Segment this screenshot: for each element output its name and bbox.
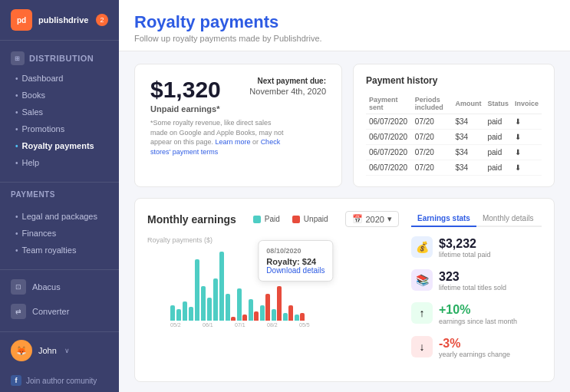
bar-group[interactable] xyxy=(283,305,293,321)
bar-paid[interactable] xyxy=(213,278,218,321)
monthly-header: Monthly earnings Paid Unpaid 📅 2 xyxy=(147,211,399,227)
bar-paid[interactable] xyxy=(226,294,230,321)
bar-group[interactable] xyxy=(226,294,236,321)
bar-group[interactable] xyxy=(176,309,181,321)
tooltip-download-link[interactable]: Download details xyxy=(266,266,325,275)
chart-tooltip: 08/10/2020 Royalty: $24 Download details xyxy=(258,240,333,282)
bar-unpaid[interactable] xyxy=(242,315,247,321)
stat-lifetime-paid: 💰 $3,232 lifetime total paid xyxy=(411,236,542,259)
bar-group[interactable] xyxy=(170,305,175,321)
join-community[interactable]: f Join author comunity xyxy=(0,369,119,392)
sidebar-item-abacus[interactable]: ⊡ Abacus xyxy=(0,275,119,299)
since-last-month-icon: ↑ xyxy=(411,302,433,324)
sidebar-item-promotions[interactable]: Promotions xyxy=(0,120,119,137)
sidebar-item-legal[interactable]: Legal and packages xyxy=(0,208,119,225)
sidebar-divider-2 xyxy=(0,269,119,270)
bar-paid[interactable] xyxy=(295,315,299,321)
page-header: Royalty payments Follow up royalty payme… xyxy=(119,0,570,51)
tab-monthly-details[interactable]: Monthly details xyxy=(476,211,540,227)
bar-paid[interactable] xyxy=(283,313,288,321)
invoice-button[interactable]: ⬇ xyxy=(512,145,542,160)
next-payment-label: Next payment due: xyxy=(249,77,326,85)
bar-paid[interactable] xyxy=(249,299,253,321)
bar-unpaid[interactable] xyxy=(231,317,236,321)
bar-group[interactable] xyxy=(207,298,212,321)
bar-paid[interactable] xyxy=(183,301,187,321)
sidebar-logo: pd publishdrive 2 xyxy=(0,0,119,41)
top-row: $1,320 Unpaid earnings* Next payment due… xyxy=(134,64,555,187)
bar-unpaid[interactable] xyxy=(288,305,293,321)
bar-paid[interactable] xyxy=(207,298,212,321)
sidebar-item-books[interactable]: Books xyxy=(0,87,119,104)
bar-group[interactable] xyxy=(219,252,224,321)
bar-group[interactable] xyxy=(272,286,282,321)
earnings-inner: $1,320 Unpaid earnings* Next payment due… xyxy=(150,77,326,114)
bar-unpaid[interactable] xyxy=(277,286,282,321)
earnings-amount: $1,320 xyxy=(150,77,221,103)
notification-badge[interactable]: 2 xyxy=(96,14,108,26)
converter-icon: ⇄ xyxy=(11,304,26,319)
avatar: 🦊 xyxy=(11,340,32,361)
sidebar-divider xyxy=(0,182,119,183)
bar-unpaid[interactable] xyxy=(265,294,270,321)
table-row: 06/07/2020 07/20 $34 paid ⬇ xyxy=(366,145,542,160)
bar-paid[interactable] xyxy=(237,288,242,321)
sidebar-item-converter[interactable]: ⇄ Converter xyxy=(0,299,119,324)
sidebar-item-help[interactable]: Help xyxy=(0,154,119,171)
bar-paid[interactable] xyxy=(170,305,175,321)
monthly-title: Monthly earnings xyxy=(147,213,236,226)
sidebar-item-finances[interactable]: Finances xyxy=(0,225,119,242)
bar-group[interactable] xyxy=(249,299,259,321)
bar-group[interactable] xyxy=(260,294,270,321)
table-row: 06/07/2020 07/20 $34 paid ⬇ xyxy=(366,130,542,145)
bar-paid[interactable] xyxy=(176,309,181,321)
content-area: $1,320 Unpaid earnings* Next payment due… xyxy=(119,51,570,392)
tab-earnings-stats[interactable]: Earnings stats xyxy=(411,211,476,227)
stat-yearly-change: ↓ -3% yearly earnings change xyxy=(411,336,542,358)
lifetime-paid-value: $3,232 xyxy=(439,236,491,251)
yearly-change-value: -3% xyxy=(439,336,510,351)
bar-paid[interactable] xyxy=(260,305,265,321)
bar-paid[interactable] xyxy=(195,259,199,321)
legend-paid-dot xyxy=(253,216,261,223)
invoice-button[interactable]: ⬇ xyxy=(512,130,542,145)
bar-paid[interactable] xyxy=(272,309,276,321)
sidebar-item-royalty-payments[interactable]: Royalty payments xyxy=(0,137,119,154)
bar-paid[interactable] xyxy=(201,286,206,321)
learn-more-link[interactable]: Learn more xyxy=(216,138,251,146)
distribution-section: ⊞ Distribution Dashboard Books Sales Pro… xyxy=(0,41,119,177)
year-selector[interactable]: 📅 2020 ▾ xyxy=(345,211,399,227)
earnings-label: Unpaid earnings* xyxy=(150,104,221,114)
bar-unpaid[interactable] xyxy=(254,311,259,321)
sidebar-item-sales[interactable]: Sales xyxy=(0,104,119,120)
payment-history-card: Payment history Payment sent Periods inc… xyxy=(353,64,555,187)
bar-paid[interactable] xyxy=(189,307,193,321)
calendar-icon: 📅 xyxy=(352,214,363,224)
payments-section: Legal and packages Finances Team royalti… xyxy=(0,202,119,265)
bar-group[interactable] xyxy=(183,301,187,321)
titles-sold-value: 323 xyxy=(439,269,506,284)
bar-unpaid[interactable] xyxy=(300,313,305,321)
bar-group[interactable] xyxy=(195,259,199,321)
titles-sold-label: lifetime total titles sold xyxy=(439,284,506,292)
bar-group[interactable] xyxy=(237,288,247,321)
col-periods: Periods included xyxy=(412,94,453,114)
abacus-icon: ⊡ xyxy=(11,279,26,295)
col-payment-sent: Payment sent xyxy=(366,94,412,114)
page-subtitle: Follow up royalty payments made by Publi… xyxy=(134,34,555,43)
since-last-month-value: +10% xyxy=(439,302,517,317)
sidebar-item-dashboard[interactable]: Dashboard xyxy=(0,70,119,87)
next-payment: Next payment due: November 4th, 2020 xyxy=(249,77,326,96)
page-title: Royalty payments xyxy=(134,12,555,32)
bar-group[interactable] xyxy=(295,313,305,321)
main-content: Royalty payments Follow up royalty payme… xyxy=(119,0,570,392)
bar-group[interactable] xyxy=(189,307,193,321)
bar-paid[interactable] xyxy=(219,252,224,321)
bar-group[interactable] xyxy=(201,286,206,321)
chart-section: Monthly earnings Paid Unpaid 📅 2 xyxy=(147,211,399,369)
bar-group[interactable] xyxy=(213,278,218,321)
invoice-button[interactable]: ⬇ xyxy=(512,160,542,176)
sidebar-item-team-royalties[interactable]: Team royalties xyxy=(0,242,119,259)
invoice-button[interactable]: ⬇ xyxy=(512,114,542,130)
user-profile[interactable]: 🦊 John ∨ xyxy=(0,331,119,369)
